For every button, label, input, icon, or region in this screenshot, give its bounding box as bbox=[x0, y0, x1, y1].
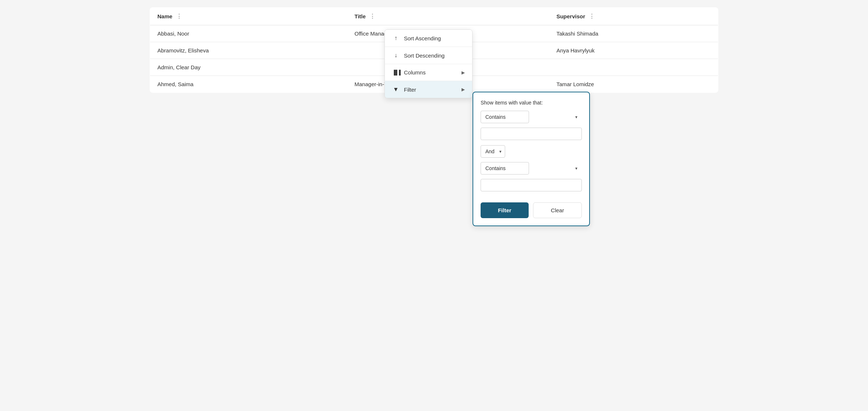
filter-condition1-select[interactable]: Contains Does not contain Equals Does no… bbox=[481, 111, 529, 123]
filter-input-1[interactable] bbox=[481, 128, 582, 140]
menu-item-sort-asc[interactable]: ↑ Sort Ascending bbox=[385, 30, 472, 47]
col-header-supervisor: Supervisor ⋮ bbox=[549, 8, 718, 25]
filter-condition1-row: Contains Does not contain Equals Does no… bbox=[481, 111, 582, 123]
col-name-label: Name bbox=[157, 13, 172, 19]
menu-item-sort-desc[interactable]: ↓ Sort Descending bbox=[385, 47, 472, 64]
cell-supervisor[interactable]: Takashi Shimada bbox=[549, 25, 718, 42]
sort-desc-icon: ↓ bbox=[392, 52, 400, 59]
cell-name[interactable]: Abramovitz, Elisheva bbox=[150, 42, 347, 59]
sort-desc-label: Sort Descending bbox=[404, 52, 445, 59]
columns-arrow-icon: ▶ bbox=[462, 70, 465, 75]
col-supervisor-menu-icon[interactable]: ⋮ bbox=[589, 13, 595, 20]
filter-logic-select[interactable]: And Or bbox=[481, 145, 505, 158]
filter-clear-button[interactable]: Clear bbox=[533, 202, 582, 218]
filter-condition2-select-wrapper: Contains Does not contain Equals Does no… bbox=[481, 162, 582, 175]
cell-name[interactable]: Admin, Clear Day bbox=[150, 59, 347, 76]
filter-logic-row: And Or bbox=[481, 145, 582, 158]
filter-logic-select-wrapper: And Or bbox=[481, 145, 505, 158]
filter-panel: Show items with value that: Contains Doe… bbox=[473, 92, 590, 226]
col-title-label: Title bbox=[354, 13, 366, 19]
col-name-menu-icon[interactable]: ⋮ bbox=[176, 13, 183, 20]
cell-supervisor[interactable]: Tamar Lomidze bbox=[549, 76, 718, 93]
filter-label: Filter bbox=[404, 87, 416, 93]
filter-condition2-row: Contains Does not contain Equals Does no… bbox=[481, 162, 582, 175]
sort-asc-label: Sort Ascending bbox=[404, 35, 441, 41]
col-supervisor-label: Supervisor bbox=[557, 13, 585, 19]
cell-name[interactable]: Ahmed, Saima bbox=[150, 76, 347, 93]
filter-icon: ▼ bbox=[392, 86, 400, 93]
context-menu: ↑ Sort Ascending ↓ Sort Descending ▐▌▌ C… bbox=[384, 29, 473, 98]
cell-supervisor[interactable]: Anya Havrylyuk bbox=[549, 42, 718, 59]
menu-item-columns[interactable]: ▐▌▌ Columns ▶ bbox=[385, 64, 472, 81]
filter-buttons-row: Filter Clear bbox=[481, 202, 582, 218]
page-container: Name ⋮ Title ⋮ Supervisor ⋮ bbox=[150, 7, 718, 93]
filter-condition2-select[interactable]: Contains Does not contain Equals Does no… bbox=[481, 162, 529, 175]
sort-asc-icon: ↑ bbox=[392, 35, 400, 41]
filter-condition1-select-wrapper: Contains Does not contain Equals Does no… bbox=[481, 111, 582, 123]
columns-icon: ▐▌▌ bbox=[392, 70, 400, 75]
filter-panel-title: Show items with value that: bbox=[481, 100, 582, 106]
cell-name[interactable]: Abbasi, Noor bbox=[150, 25, 347, 42]
col-header-name: Name ⋮ bbox=[150, 8, 347, 25]
col-header-title: Title ⋮ bbox=[347, 8, 549, 25]
menu-item-filter[interactable]: ▼ Filter ▶ bbox=[385, 81, 472, 98]
col-title-menu-icon[interactable]: ⋮ bbox=[369, 13, 376, 20]
columns-label: Columns bbox=[404, 69, 426, 76]
filter-apply-button[interactable]: Filter bbox=[481, 202, 529, 218]
filter-arrow-icon: ▶ bbox=[462, 87, 465, 92]
filter-input-2[interactable] bbox=[481, 179, 582, 191]
cell-supervisor[interactable] bbox=[549, 59, 718, 76]
